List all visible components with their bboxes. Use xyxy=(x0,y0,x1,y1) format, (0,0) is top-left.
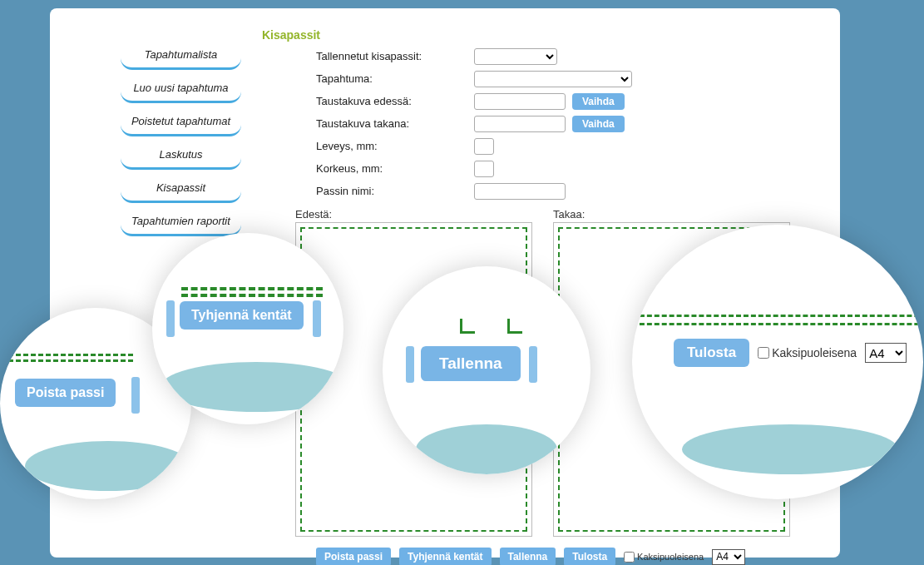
print-button[interactable]: Tulosta xyxy=(564,548,615,565)
sidebar-item-reports[interactable]: Tapahtumien raportit xyxy=(121,208,241,236)
sidebar-item-deleted-events[interactable]: Poistetut tapahtumat xyxy=(121,108,241,136)
clear-fields-button[interactable]: Tyhjennä kentät xyxy=(399,548,491,565)
bg-back-label: Taustakuva takana: xyxy=(316,117,474,130)
event-select[interactable] xyxy=(474,71,632,87)
duplex-label: Kaksipuoleisena xyxy=(624,552,704,563)
front-canvas-label: Edestä: xyxy=(295,208,532,221)
height-label: Korkeus, mm: xyxy=(316,162,474,175)
width-input[interactable] xyxy=(474,138,494,155)
sidebar-item-new-event[interactable]: Luo uusi tapahtuma xyxy=(121,75,241,103)
sidebar-item-passes[interactable]: Kisapassit xyxy=(121,175,241,203)
paper-size-select[interactable]: A4 xyxy=(712,549,745,565)
zoom-print: Tulosta Kaksipuoleisena A4 xyxy=(632,225,923,499)
zoom-clear-fields: Tyhjennä kentät xyxy=(152,233,343,424)
event-label: Tapahtuma: xyxy=(316,72,474,85)
height-input[interactable] xyxy=(474,161,494,177)
duplex-checkbox[interactable] xyxy=(624,552,635,563)
sidebar: Tapahtumalista Luo uusi tapahtuma Poiste… xyxy=(121,42,241,241)
zoom-duplex-text: Kaksipuoleisena xyxy=(772,346,857,359)
duplex-text: Kaksipuoleisena xyxy=(637,552,704,562)
delete-pass-button[interactable]: Poista passi xyxy=(316,548,391,565)
saved-passes-label: Tallennetut kisapassit: xyxy=(316,50,474,62)
bg-back-change-button[interactable]: Vaihda xyxy=(572,116,625,132)
zoom-paper-size-select[interactable]: A4 xyxy=(865,343,907,363)
pass-name-label: Passin nimi: xyxy=(316,185,474,197)
zoom-save-button[interactable]: Tallenna xyxy=(421,346,521,381)
width-label: Leveys, mm: xyxy=(316,140,474,152)
sidebar-item-billing[interactable]: Laskutus xyxy=(121,141,241,170)
zoom-delete-pass-button[interactable]: Poista passi xyxy=(15,379,116,407)
form-area: Tallennetut kisapassit: Tapahtuma: Taust… xyxy=(316,45,632,202)
sidebar-item-event-list[interactable]: Tapahtumalista xyxy=(121,42,241,70)
zoom-duplex-label: Kaksipuoleisena xyxy=(758,346,857,359)
bg-front-label: Taustakuva edessä: xyxy=(316,95,474,107)
bg-back-input[interactable] xyxy=(474,116,566,132)
saved-passes-select[interactable] xyxy=(474,48,557,65)
back-canvas-label: Takaa: xyxy=(553,208,790,221)
zoom-save: Tallenna xyxy=(383,266,590,474)
bg-front-input[interactable] xyxy=(474,93,566,110)
zoom-clear-fields-button[interactable]: Tyhjennä kentät xyxy=(180,301,304,330)
bg-front-change-button[interactable]: Vaihda xyxy=(572,93,625,110)
zoom-print-button[interactable]: Tulosta xyxy=(674,339,749,367)
pass-name-input[interactable] xyxy=(474,183,566,200)
save-button[interactable]: Tallenna xyxy=(500,548,556,565)
page-title: Kisapassit xyxy=(262,28,320,42)
bottom-bar: Poista passi Tyhjennä kentät Tallenna Tu… xyxy=(316,548,745,565)
zoom-duplex-checkbox[interactable] xyxy=(758,347,769,359)
